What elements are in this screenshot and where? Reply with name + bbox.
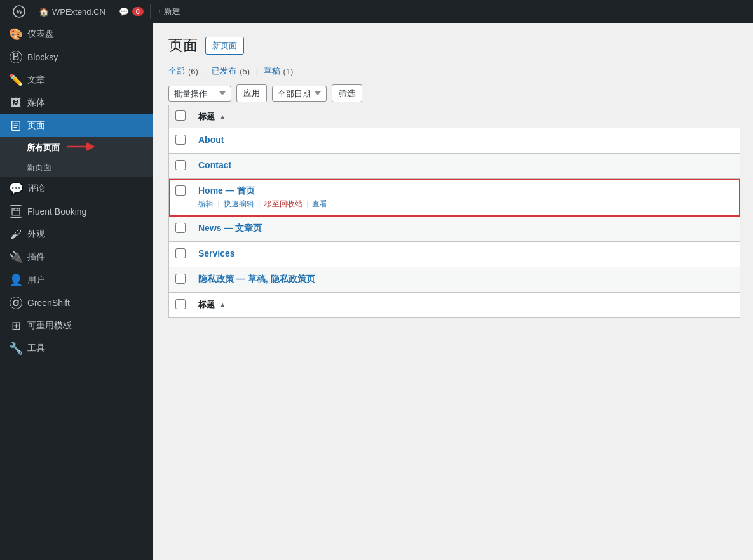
wp-logo-item[interactable]: W xyxy=(6,0,32,23)
row-title-services[interactable]: Services xyxy=(198,248,235,258)
sidebar-item-label-greenshift: GreenShift xyxy=(27,298,70,308)
row-checkbox-home[interactable] xyxy=(175,185,186,196)
plugins-icon: 🔌 xyxy=(10,251,22,263)
title-sort-icon: ▲ xyxy=(219,113,226,121)
row-title-privacy[interactable]: 隐私政策 — 草稿, 隐私政策页 xyxy=(198,274,315,284)
edit-link-home[interactable]: 编辑 xyxy=(198,199,214,208)
row-title-news[interactable]: News — 文章页 xyxy=(198,223,262,233)
row-checkbox-contact[interactable] xyxy=(175,160,186,170)
sidebar-item-plugins[interactable]: 🔌 插件 xyxy=(0,246,153,269)
table-row: News — 文章页 xyxy=(169,217,740,242)
filter-draft[interactable]: 草稿 xyxy=(264,65,280,77)
sidebar-item-appearance[interactable]: 🖌 外观 xyxy=(0,223,153,246)
content-area: 页面 新页面 全部 (6) | 已发布 (5) | 草稿 (1) 批量操作 编辑 xyxy=(153,23,753,560)
row-cb-home xyxy=(169,179,193,217)
posts-icon: ✏️ xyxy=(10,74,22,86)
bottom-title-label: 标题 xyxy=(198,300,217,309)
row-checkbox-bottom[interactable] xyxy=(175,299,186,309)
row-checkbox-privacy[interactable] xyxy=(175,274,186,284)
new-item[interactable]: + 新建 xyxy=(151,0,187,23)
sidebar-item-label-pages: 页面 xyxy=(27,120,45,131)
sidebar-item-dashboard[interactable]: 🎨 仪表盘 xyxy=(0,23,153,46)
pages-table: 标题 ▲ About xyxy=(168,105,740,318)
sidebar-subitem-new-page[interactable]: 新页面 xyxy=(0,158,153,177)
row-checkbox-about[interactable] xyxy=(175,135,186,145)
site-name: WPExtend.CN xyxy=(52,7,105,17)
table-row: 隐私政策 — 草稿, 隐私政策页 xyxy=(169,267,740,293)
row-checkbox-services[interactable] xyxy=(175,248,186,258)
row-checkbox-news[interactable] xyxy=(175,223,186,233)
sidebar-item-label-fluent-booking: Fluent Booking xyxy=(27,206,86,217)
new-page-sub-label: 新页面 xyxy=(27,163,51,172)
sidebar-item-tools[interactable]: 🔧 工具 xyxy=(0,337,153,360)
new-page-button[interactable]: 新页面 xyxy=(205,37,244,55)
row-cb-contact xyxy=(169,154,193,179)
table-row: Contact xyxy=(169,154,740,179)
sidebar-item-label-blocksy: Blocksy xyxy=(27,52,58,62)
row-cb-bottom xyxy=(169,293,193,318)
table-header-row: 标题 ▲ xyxy=(169,105,740,128)
filter-published[interactable]: 已发布 xyxy=(212,65,236,77)
filter-all[interactable]: 全部 xyxy=(168,65,185,77)
home-icon: 🏠 xyxy=(39,7,49,17)
bulk-actions-select[interactable]: 批量操作 编辑 移至回收站 xyxy=(168,86,231,102)
row-cb-news xyxy=(169,217,193,242)
quick-edit-link-home[interactable]: 快速编辑 xyxy=(224,199,254,208)
title-header-label: 标题 xyxy=(198,112,217,121)
comments-item[interactable]: 💬 0 xyxy=(112,0,150,23)
table-row: Services xyxy=(169,242,740,267)
row-cb-about xyxy=(169,128,193,154)
sidebar-item-label-users: 用户 xyxy=(27,274,45,286)
filter-button[interactable]: 筛选 xyxy=(332,84,362,102)
media-icon: 🖼 xyxy=(10,97,22,109)
bulk-bar: 批量操作 编辑 移至回收站 应用 全部日期 筛选 xyxy=(168,84,740,102)
filter-draft-count: (1) xyxy=(283,67,294,76)
sidebar-item-users[interactable]: 👤 用户 xyxy=(0,269,153,291)
apply-button[interactable]: 应用 xyxy=(236,84,267,102)
sidebar-item-greenshift[interactable]: G GreenShift xyxy=(0,291,153,314)
action-sep-1: | xyxy=(217,199,221,208)
users-icon: 👤 xyxy=(10,274,22,286)
sidebar-item-label-media: 媒体 xyxy=(27,97,45,109)
sidebar-item-label-appearance: 外观 xyxy=(27,229,45,240)
sidebar-item-blocksy[interactable]: B Blocksy xyxy=(0,46,153,69)
row-actions-home: 编辑 | 快速编辑 | 移至回收站 | 查看 xyxy=(198,199,733,210)
row-cb-privacy xyxy=(169,267,193,293)
date-select[interactable]: 全部日期 xyxy=(272,86,327,102)
row-title-home[interactable]: Home — 首页 xyxy=(198,185,255,196)
sidebar-item-posts[interactable]: ✏️ 文章 xyxy=(0,69,153,91)
sidebar-item-reusable[interactable]: ⊞ 可重用模板 xyxy=(0,314,153,337)
row-title-cell-home: Home — 首页 编辑 | 快速编辑 | 移至回收站 | 查看 xyxy=(192,179,740,217)
sidebar-item-label-dashboard: 仪表盘 xyxy=(27,29,54,40)
sidebar-subitem-all-pages[interactable]: 所有页面 xyxy=(0,137,153,158)
sidebar: 🎨 仪表盘 B Blocksy ✏️ 文章 🖼 媒体 xyxy=(0,23,153,560)
all-pages-label: 所有页面 xyxy=(27,142,60,154)
filter-all-count: (6) xyxy=(188,67,198,76)
sidebar-pages-submenu: 所有页面 新页面 xyxy=(0,137,153,177)
row-cb-services xyxy=(169,242,193,267)
sidebar-item-label-posts: 文章 xyxy=(27,74,45,86)
select-all-checkbox[interactable] xyxy=(175,110,186,121)
row-title-cell-bottom: 标题 ▲ xyxy=(192,293,740,318)
row-title-contact[interactable]: Contact xyxy=(198,160,231,170)
view-link-home[interactable]: 查看 xyxy=(312,199,327,208)
row-title-cell-contact: Contact xyxy=(192,154,740,179)
sidebar-item-fluent-booking[interactable]: Fluent Booking xyxy=(0,200,153,223)
site-name-item[interactable]: 🏠 WPExtend.CN xyxy=(32,0,112,23)
greenshift-icon: G xyxy=(10,297,22,309)
reusable-icon: ⊞ xyxy=(10,319,22,332)
filter-separator-2: | xyxy=(255,67,257,76)
fluent-booking-icon xyxy=(10,205,22,218)
filter-separator-1: | xyxy=(204,67,206,76)
sidebar-item-comments[interactable]: 💬 评论 xyxy=(0,177,153,200)
sidebar-item-pages[interactable]: 页面 xyxy=(0,114,153,137)
table-row-home: Home — 首页 编辑 | 快速编辑 | 移至回收站 | 查看 xyxy=(169,179,740,217)
sidebar-item-label-reusable: 可重用模板 xyxy=(27,320,72,331)
row-title-about[interactable]: About xyxy=(198,135,224,145)
admin-bar: W 🏠 WPExtend.CN 💬 0 + 新建 xyxy=(0,0,753,23)
sidebar-item-label-plugins: 插件 xyxy=(27,251,45,263)
sidebar-item-media[interactable]: 🖼 媒体 xyxy=(0,91,153,114)
trash-link-home[interactable]: 移至回收站 xyxy=(264,199,302,208)
comments-icon: 💬 xyxy=(10,182,22,195)
new-label: + 新建 xyxy=(157,6,180,17)
